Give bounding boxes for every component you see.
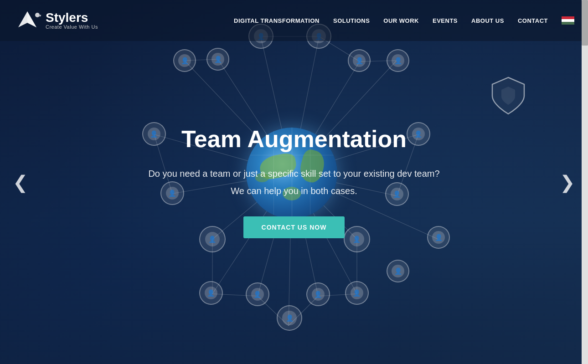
nav-link-events[interactable]: EVENTS	[433, 17, 458, 24]
language-flag[interactable]	[562, 16, 574, 25]
cta-button[interactable]: CONTACT US NOW	[243, 216, 345, 238]
hero-content: Team Augmentation Do you need a team or …	[130, 126, 458, 239]
network-node: 👤	[306, 282, 330, 306]
shield-decoration	[490, 75, 526, 118]
hero-subtitle: Do you need a team or just a specific sk…	[148, 166, 439, 198]
svg-rect-35	[562, 19, 574, 22]
nav-link-digital-transformation[interactable]: DIGITAL TRANSFORMATION	[234, 17, 320, 24]
scrollbar-thumb[interactable]	[582, 0, 588, 46]
navbar: Stylers Create Value With Us DIGITAL TRA…	[0, 0, 588, 41]
svg-marker-33	[40, 14, 41, 17]
nav-link-solutions[interactable]: SOLUTIONS	[333, 17, 370, 24]
svg-point-32	[35, 13, 40, 17]
hero-section: 👤 👤 👤 👤 👤 👤 👤 👤 👤 👤 👤 👤 👤 👤 👤 👤 👤 👤 👤	[0, 0, 588, 364]
hero-subtitle-line2: We can help you in both cases.	[148, 184, 439, 198]
network-node: 👤	[387, 260, 409, 282]
hero-title: Team Augmentation	[148, 126, 439, 153]
logo-text: Stylers Create Value With Us	[46, 11, 98, 30]
hero-subtitle-line1: Do you need a team or just a specific sk…	[148, 166, 439, 181]
network-node: 👤	[277, 305, 302, 331]
network-node: 👤	[173, 49, 196, 72]
logo-name: Stylers	[46, 11, 98, 24]
network-node: 👤	[387, 49, 409, 72]
svg-rect-34	[562, 16, 574, 19]
network-node: 👤	[206, 48, 229, 71]
scrollbar[interactable]	[582, 0, 588, 364]
nav-link-our-work[interactable]: OUR WORK	[383, 17, 419, 24]
logo-link[interactable]: Stylers Create Value With Us	[14, 7, 98, 34]
carousel-arrow-left[interactable]: ❮	[9, 171, 32, 194]
svg-rect-36	[562, 22, 574, 25]
nav-link-about-us[interactable]: ABOUT US	[471, 17, 504, 24]
network-node: 👤	[246, 282, 269, 306]
nav-links: DIGITAL TRANSFORMATION SOLUTIONS OUR WOR…	[234, 16, 574, 25]
network-node: 👤	[345, 281, 369, 305]
svg-marker-31	[27, 11, 36, 27]
logo-icon	[14, 7, 41, 34]
network-node: 👤	[199, 281, 223, 305]
nav-link-contact[interactable]: CONTACT	[518, 17, 548, 24]
carousel-arrow-right[interactable]: ❯	[556, 171, 579, 194]
network-node: 👤	[348, 49, 371, 72]
logo-tagline: Create Value With Us	[46, 24, 98, 30]
